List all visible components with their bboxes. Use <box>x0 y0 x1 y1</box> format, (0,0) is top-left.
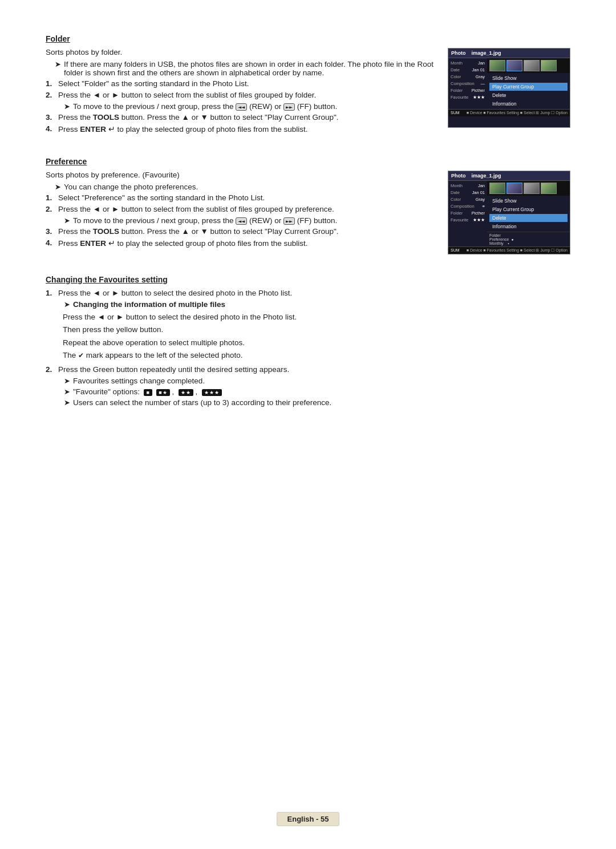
pref-info-date: Date Jan 01 <box>451 189 485 196</box>
rew-icon-2: ◄◄ <box>236 217 247 225</box>
fav-step2-sub3: ➤ Users can select the number of stars (… <box>64 398 570 407</box>
page-content: Folder Sorts photos by folder. ➤ If ther… <box>0 0 616 473</box>
preference-section: Preference Sorts photos by preference. (… <box>46 157 570 254</box>
info-row-month: Month Jan <box>451 60 485 67</box>
ui-thumbnails <box>487 58 570 73</box>
preference-step2: 2. Press the ◄ or ► button to select fro… <box>46 205 436 213</box>
folder-section: Folder Sorts photos by folder. ➤ If ther… <box>46 34 570 136</box>
preference-ui-mockup: Photo image_1.jpg Month Jan Date Jan 01 <box>448 171 570 254</box>
preference-step3: 3. Press the TOOLS button. Press the ▲ o… <box>46 227 436 236</box>
fav-option-4: ★★★ <box>202 389 222 396</box>
fav-step1: 1. Press the ◄ or ► button to select the… <box>46 289 570 297</box>
folder-step3: 3. Press the TOOLS button. Press the ▲ o… <box>46 113 436 122</box>
pref-menu-play-current: Play Current Group <box>489 205 568 213</box>
pref-thumb-1 <box>489 183 505 194</box>
folder-intro: Sorts photos by folder. <box>46 48 436 56</box>
favourites-section: Changing the Favourites setting 1. Press… <box>46 275 570 407</box>
preference-step4: 4. Press ENTER ↵ to play the selected gr… <box>46 238 436 248</box>
ui-body-pref: Month Jan Date Jan 01 Color Gray <box>448 181 570 246</box>
menu-information: Information <box>489 100 568 108</box>
fav-sub-lines: Press the ◄ or ► button to select the de… <box>63 311 570 362</box>
folder-step4: 4. Press ENTER ↵ to play the selected gr… <box>46 124 436 134</box>
folder-step2: 2. Press the ◄ or ► button to select fro… <box>46 91 436 99</box>
pref-info-color: Color Gray <box>451 196 485 203</box>
ui-info-panel: Month Jan Date Jan 01 Color Gray <box>448 58 487 109</box>
ui-bottom-bar-pref: SUM ■ Device ■ Favourites Setting ■ Sele… <box>448 246 570 254</box>
folder-screenshot: Photo image_1.jpg Month Jan Date Jan 01 <box>448 48 570 128</box>
folder-ui-mockup: Photo image_1.jpg Month Jan Date Jan 01 <box>448 48 570 128</box>
ui-filename: image_1.jpg <box>472 50 501 56</box>
fav-step2-sub2: ➤ "Favourite" options: ■ ■★ , ★★ , ★★★ <box>64 387 570 396</box>
ui-menu-pref: Slide Show Play Current Group Delete Inf… <box>487 196 570 232</box>
arrow-sym: ➤ <box>55 60 61 77</box>
thumb-4 <box>541 60 557 71</box>
ui-header-folder: Photo image_1.jpg <box>448 48 570 58</box>
ui-bottom-bar-folder: SUM ■ Device ■ Favourites Setting ■ Sele… <box>448 109 570 116</box>
fav-step2-sub1: ➤ Favourites settings change completed. <box>64 377 570 385</box>
pref-menu-information: Information <box>489 223 568 231</box>
preference-title: Preference <box>46 157 570 166</box>
menu-delete: Delete <box>489 91 568 99</box>
ui-info-panel-pref: Month Jan Date Jan 01 Color Gray <box>448 181 487 246</box>
info-row-fav: Favourite ★★★ <box>451 94 485 101</box>
fav-option-2: ■★ <box>156 389 169 396</box>
fav-sub-step-header: ➤ Changing the information of multiple f… <box>64 300 570 309</box>
info-row-date: Date Jan 01 <box>451 67 485 74</box>
info-row-color: Color Gray <box>451 74 485 80</box>
pref-menu-slide-show: Slide Show <box>489 197 568 205</box>
ff-icon-2: ►► <box>283 217 295 225</box>
pref-right-panel: Slide Show Play Current Group Delete Inf… <box>487 181 570 246</box>
ui-right-panel: Slide Show Play Current Group Delete Inf… <box>487 58 570 109</box>
pref-info-month: Month Jan <box>451 183 485 189</box>
info-row-comp: Composition — <box>451 80 485 87</box>
thumb-2 <box>506 60 522 71</box>
folder-text-content: Sorts photos by folder. ➤ If there are m… <box>46 48 436 136</box>
ui-body-folder: Month Jan Date Jan 01 Color Gray <box>448 58 570 109</box>
pref-extra-info: Folder Preference ● Monthly • <box>487 232 570 246</box>
thumb-1 <box>489 60 505 71</box>
pref-info-folder: Folder Picther <box>451 210 485 217</box>
fav-option-3: ★★ <box>179 389 193 396</box>
fav-step2: 2. Press the Green button repeatedly unt… <box>46 365 570 374</box>
preference-text-content: Sorts photos by preference. (Favourite) … <box>46 171 436 250</box>
menu-play-current: Play Current Group <box>489 83 568 91</box>
preference-intro: Sorts photos by preference. (Favourite) <box>46 171 436 179</box>
ui-photo-label-pref: Photo <box>451 173 466 179</box>
folder-step2-sub: ➤ To move to the previous / next group, … <box>64 102 436 111</box>
menu-slide-show: Slide Show <box>489 74 568 82</box>
preference-screenshot: Photo image_1.jpg Month Jan Date Jan 01 <box>448 171 570 254</box>
pref-info-comp: Composition ≡ <box>451 203 485 210</box>
pref-thumb-4 <box>541 183 557 194</box>
info-row-folder: Folder Picther <box>451 87 485 94</box>
pref-thumb-2 <box>506 183 522 194</box>
preference-step1: 1. Select "Preference" as the sorting st… <box>46 193 436 202</box>
pref-thumb-3 <box>524 183 540 194</box>
ui-header-pref: Photo image_1.jpg <box>448 171 570 181</box>
fav-option-1: ■ <box>144 389 152 396</box>
pref-menu-delete: Delete <box>489 214 568 222</box>
ui-menu-folder: Slide Show Play Current Group Delete Inf… <box>487 73 570 109</box>
footer-badge: English - 55 <box>277 812 340 826</box>
thumb-3 <box>524 60 540 71</box>
favourites-title: Changing the Favourites setting <box>46 275 570 284</box>
folder-title: Folder <box>46 34 570 43</box>
preference-step2-sub: ➤ To move to the previous / next group, … <box>64 216 436 225</box>
ui-filename-pref: image_1.jpg <box>472 173 501 179</box>
ui-photo-label: Photo <box>451 50 466 56</box>
ff-icon: ►► <box>283 103 295 111</box>
rew-icon: ◄◄ <box>236 103 247 111</box>
folder-bullet1: ➤ If there are many folders in USB, the … <box>55 60 436 77</box>
pref-thumbnails <box>487 181 570 196</box>
preference-bullet1: ➤ You can change the photo preferences. <box>55 183 436 191</box>
folder-step1: 1. Select "Folder" as the sorting standa… <box>46 79 436 88</box>
pref-info-fav: Favourite ★★★ <box>451 217 485 224</box>
page-footer: English - 55 <box>0 812 616 826</box>
